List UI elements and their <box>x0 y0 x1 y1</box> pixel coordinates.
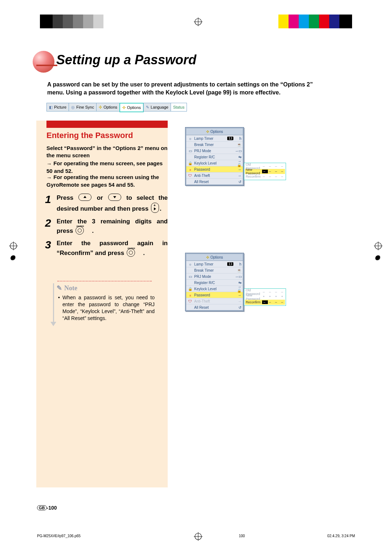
tab-fine-sync[interactable]: ◎Fine Sync <box>69 103 97 112</box>
remote-icon: ⇆ <box>235 155 241 159</box>
options-icon: ✣ <box>122 105 126 110</box>
menu-row-prj-mode: ▭PRJ Mode→▭ <box>186 273 243 279</box>
options-icon: ✣ <box>206 130 209 134</box>
menu-row-lamp-timer: ☼Lamp Timer13h <box>186 135 243 141</box>
options-menu-screenshot-1: ✣Options ☼Lamp Timer13h Break Timer☕ ▭PR… <box>185 127 244 186</box>
options-icon: ✣ <box>99 105 102 110</box>
pw-row-new: New Password* * * * <box>245 295 285 300</box>
swatch-gray3 <box>73 15 83 28</box>
swatch-green <box>309 15 319 28</box>
menu-row-anti-theft: 🛡Anti-Theft→ <box>186 298 243 304</box>
tab-options-1[interactable]: ✣Options <box>96 103 120 112</box>
right-button-icon <box>151 203 159 213</box>
reset-icon: ↺ <box>235 305 241 309</box>
step-text: Enter the 3 remaining digits and press E… <box>57 217 168 236</box>
step-2: 2 Enter the 3 remaining digits and press… <box>45 217 168 236</box>
tab-label: Language <box>151 105 168 109</box>
arrow-icon: →▭ <box>235 275 241 279</box>
arrow-lock-icon: →🔓 <box>235 285 241 293</box>
arrow-icon: → <box>46 174 52 181</box>
swatch-magenta <box>289 15 299 28</box>
registration-mark-left <box>9 242 18 259</box>
note-icon: ✎ <box>57 284 62 292</box>
ref-text: For operating the menu screen using the … <box>46 174 159 188</box>
footer-page-num: 100 <box>239 534 282 538</box>
menu-title: ✣Options <box>186 128 243 135</box>
registration-dot-icon <box>11 255 16 261</box>
heading-bullet-icon <box>33 51 54 73</box>
menu-row-register-rc: Register R/C⇆ <box>186 154 243 160</box>
note-heading: ✎Note <box>57 284 77 292</box>
step-text: Press or to select the desired number an… <box>57 193 168 214</box>
finesync-icon: ◎ <box>71 105 75 110</box>
cup-icon: ☕ <box>235 143 241 147</box>
menu-title: ✣Options <box>186 254 243 261</box>
down-button-icon <box>108 194 121 201</box>
monitor-icon: ▭ <box>188 149 193 153</box>
swatch-gray1 <box>53 15 63 28</box>
pw-row-reconfirm: Reconfirm– – – – <box>245 174 285 179</box>
menu-row-anti-theft: 🛡Anti-Theft→ <box>186 172 243 178</box>
menu-row-break-timer: Break Timer☕ <box>186 141 243 147</box>
step-1: 1 Press or to select the desired number … <box>45 193 168 214</box>
enter-label: ENTER <box>77 225 84 228</box>
menu-row-break-timer: Break Timer☕ <box>186 267 243 273</box>
tab-options-2[interactable]: ✣Options <box>119 103 144 112</box>
arrow-icon: → <box>46 160 52 167</box>
menu-row-keylock: 🔒Keylock Level→🔓 <box>186 285 243 292</box>
cup-icon: ☕ <box>235 268 241 272</box>
arrow-icon: → <box>235 293 241 297</box>
remote-icon: ⇆ <box>235 281 241 285</box>
monitor-icon: ▭ <box>188 275 193 279</box>
lamp-icon: ☼ <box>188 137 193 141</box>
tab-language[interactable]: ✎Language <box>143 103 171 112</box>
intro-text: A password can be set by the user to pre… <box>47 81 323 96</box>
tab-label: Options <box>103 105 117 109</box>
pw-row-reconfirm: Reconfirm–– – – <box>245 300 285 305</box>
lock-icon: 🔒 <box>188 287 193 291</box>
swatch-blue <box>329 15 339 28</box>
options-icon: ✣ <box>206 255 209 259</box>
footer-date: 02.4.29, 3:24 PM <box>282 534 355 538</box>
key-icon: ⌅ <box>188 293 193 297</box>
tab-label: Status <box>173 105 184 109</box>
menu-row-all-reset: All Reset↺ <box>186 178 243 185</box>
lock-icon: 🔒 <box>188 161 193 165</box>
enter-label: ENTER <box>128 247 135 250</box>
lamp-icon: ☼ <box>188 262 193 266</box>
anti-theft-icon: 🛡 <box>188 174 193 178</box>
footer: PG-M25X#E#p97_106.p65 100 02.4.29, 3:24 … <box>37 534 355 538</box>
note-separator <box>57 281 152 281</box>
step-3: 3 Enter the password again in “Reconfirm… <box>45 239 168 258</box>
swatch-gray5 <box>93 15 103 28</box>
note-side-arrow-icon <box>50 322 56 326</box>
tab-status[interactable]: Status <box>171 103 187 112</box>
arrow-icon: → <box>235 299 241 303</box>
menu-row-lamp-timer: ☼Lamp Timer13h <box>186 261 243 267</box>
swatch-gray4 <box>83 15 93 28</box>
picture-icon: ◧ <box>49 105 53 110</box>
key-icon: ⌅ <box>188 167 193 171</box>
swatch-yellow <box>278 15 289 28</box>
page-number: GB-100 <box>37 505 57 511</box>
arrow-lock-icon: →🔓 <box>235 159 241 167</box>
registration-mark-right <box>374 242 383 259</box>
step-number: 3 <box>45 239 54 250</box>
footer-filename: PG-M25X#E#p97_106.p65 <box>37 534 239 538</box>
tab-label: Picture <box>54 105 66 109</box>
ref-line-1: → For operating the menu screen, see pag… <box>46 160 168 175</box>
note-text: When a password is set, you need to ente… <box>62 294 155 322</box>
section-title: Entering the Password <box>46 131 133 140</box>
tab-picture[interactable]: ◧Picture <box>46 103 69 112</box>
menu-row-all-reset: All Reset↺ <box>186 304 243 310</box>
pw-row-new: New Password–– – – <box>245 169 285 174</box>
up-button-icon <box>78 194 91 201</box>
tab-label: Fine Sync <box>76 105 94 109</box>
swatch-black <box>40 15 53 28</box>
arrow-icon: → <box>235 174 241 178</box>
menu-tab-strip: ◧Picture ◎Fine Sync ✣Options ✣Options ✎L… <box>46 103 213 111</box>
step-text: Enter the password again in “Reconfirm” … <box>57 239 168 258</box>
step-list: 1 Press or to select the desired number … <box>45 190 168 258</box>
section-red-bar <box>46 121 168 128</box>
ref-text: For operating the menu screen, see pages… <box>46 160 163 174</box>
